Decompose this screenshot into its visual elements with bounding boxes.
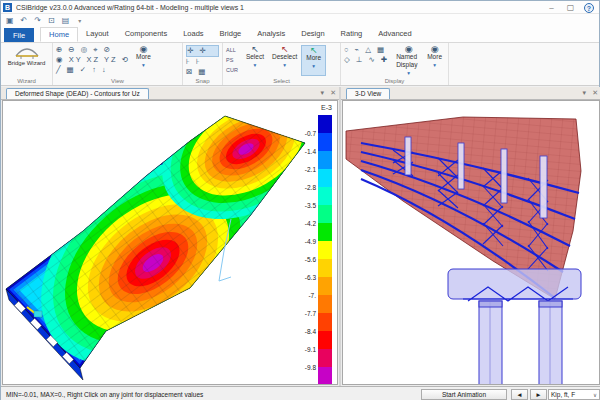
maximize-button[interactable]: ▢ — [561, 1, 580, 14]
group-label-snap: Snap — [183, 78, 222, 84]
view-more-button[interactable]: ◉ More ▾ — [133, 45, 154, 76]
display-icons-row1[interactable]: ○ ⌁ △ ▦ — [344, 45, 389, 55]
tab-loads[interactable]: Loads — [175, 27, 211, 42]
bridge-wizard-label: Bridge Wizard — [8, 60, 46, 67]
svg-text:-3.5: -3.5 — [305, 202, 317, 209]
svg-text:-4.2: -4.2 — [305, 220, 317, 227]
view-icons-row3[interactable]: ╱ ▦ ✓ ↑ ↓ — [56, 65, 130, 75]
svg-text:-9.8: -9.8 — [305, 364, 317, 371]
qat-dropdown-icon[interactable]: ▾ — [78, 17, 81, 24]
legend-tick-labels: -0.7 -1.4 -2.1 -2.8 -3.5 -4.2 -4.9 -5.6 … — [305, 130, 317, 371]
select-cur-icon[interactable]: CUR — [226, 65, 238, 75]
tab-3d-view[interactable]: 3-D View — [346, 88, 390, 99]
svg-text:-7.: -7. — [308, 292, 316, 299]
3d-viewport[interactable] — [342, 100, 600, 385]
help-icon[interactable]: ? — [584, 3, 594, 13]
deformed-shape-panel: Deformed Shape (DEAD) - Contours for Uz … — [1, 87, 339, 386]
snap-icons-row3[interactable]: ⊠ ▦ — [186, 67, 219, 77]
bridge-wizard-button[interactable]: Bridge Wizard — [4, 45, 49, 68]
chevron-down-icon: ▾ — [312, 62, 315, 70]
named-display-button[interactable]: ◉ Named Display ▾ — [393, 45, 424, 76]
display-icons-row2[interactable]: ◇ ⊥ ∿ ✚ — [344, 55, 389, 65]
svg-text:-7.7: -7.7 — [305, 310, 317, 317]
chevron-down-icon: ▾ — [433, 61, 436, 69]
pier-columns — [479, 301, 562, 385]
window-title: CSiBridge v23.0.0 Advanced w/Rating 64-b… — [16, 4, 244, 11]
tab-advanced[interactable]: Advanced — [370, 27, 419, 42]
contour-plot — [3, 101, 338, 385]
cursor-icon: ↖ — [251, 45, 259, 53]
svg-text:-6.3: -6.3 — [305, 274, 317, 281]
tab-deformed-shape[interactable]: Deformed Shape (DEAD) - Contours for Uz — [6, 88, 149, 99]
group-label-wizard: Wizard — [1, 78, 52, 84]
group-snap: ✛ ✛ ⊦ ⊦ ⊠ ▦ Snap — [183, 43, 223, 85]
svg-text:-5.6: -5.6 — [305, 256, 317, 263]
svg-text:-1.4: -1.4 — [305, 148, 317, 155]
view-icons-row1[interactable]: ⊕ ⊖ ◎ ⌖ ⊘ — [56, 45, 130, 55]
panel-dropdown-icon[interactable]: ▾ — [583, 89, 587, 97]
redo-icon[interactable]: ↷ — [34, 15, 41, 27]
start-animation-button[interactable]: Start Animation — [421, 389, 507, 400]
tab-analysis[interactable]: Analysis — [249, 27, 293, 42]
chevron-down-icon: ▾ — [407, 69, 410, 77]
display-more-button[interactable]: ◉ More ▾ — [424, 45, 445, 76]
legend-color-bar — [318, 115, 332, 385]
snap-icons-row2[interactable]: ⊦ ⊦ — [186, 57, 219, 67]
select-more-button[interactable]: ↖ More ▾ — [301, 45, 326, 76]
panel-dropdown-icon[interactable]: ▾ — [321, 89, 325, 97]
group-label-display: Display — [341, 78, 448, 84]
combo-dropdown-icon: ∨ — [593, 390, 597, 400]
tab-rating[interactable]: Rating — [333, 27, 371, 42]
deselect-button[interactable]: ↖ Deselect ▾ — [268, 45, 301, 76]
status-message: MIN=-0.01, MAX=0., Right Click on any jo… — [6, 391, 203, 398]
select-ps-icon[interactable]: PS — [226, 55, 238, 65]
group-label-view: View — [53, 78, 182, 84]
chevron-down-icon: ▾ — [283, 61, 286, 69]
tab-home[interactable]: Home — [40, 27, 78, 42]
svg-text:-4.9: -4.9 — [305, 238, 317, 245]
tab-layout[interactable]: Layout — [78, 27, 117, 42]
group-label-select: Select — [223, 78, 340, 84]
cursor-x-icon: ↖ — [281, 45, 289, 53]
csibridge-window: B CSiBridge v23.0.0 Advanced w/Rating 64… — [0, 0, 600, 400]
panel-close-icon[interactable]: ✕ — [330, 89, 336, 97]
ribbon: Bridge Wizard Wizard ⊕ ⊖ ◎ ⌖ ⊘ ◉ XY XZ Y… — [1, 43, 599, 86]
panel-close-icon[interactable]: ✕ — [592, 89, 598, 97]
tab-design[interactable]: Design — [293, 27, 332, 42]
tab-file[interactable]: File — [4, 28, 34, 42]
contour-viewport[interactable]: E-3 — [2, 100, 338, 385]
quick-access-toolbar: ▣ ↶ ↷ ⊡ ▤ ▾ — [1, 14, 599, 27]
app-icon: B — [3, 3, 12, 12]
svg-text:-2.1: -2.1 — [305, 166, 317, 173]
save-icon[interactable]: ▣ — [6, 15, 14, 27]
undo-icon[interactable]: ↶ — [21, 15, 28, 27]
contour-legend: E-3 — [295, 101, 335, 385]
camera-icon: ◉ — [405, 45, 413, 53]
report-icon[interactable]: ▤ — [62, 15, 70, 27]
bridge-icon — [15, 46, 39, 60]
group-select: ALL PS CUR ↖ Select ▾ ↖ Deselect ▾ ↖ Mor… — [223, 43, 341, 85]
group-wizard: Bridge Wizard Wizard — [1, 43, 53, 85]
lock-icon[interactable]: ⊡ — [48, 15, 55, 27]
units-select[interactable]: ∨ Kip, ft, F — [548, 389, 600, 400]
tab-bridge[interactable]: Bridge — [212, 27, 250, 42]
group-display: ○ ⌁ △ ▦ ◇ ⊥ ∿ ✚ ◉ Named Display ▾ ◉ More… — [341, 43, 449, 85]
group-view: ⊕ ⊖ ◎ ⌖ ⊘ ◉ XY XZ YZ ⟲ ╱ ▦ ✓ ↑ ↓ ◉ More … — [53, 43, 183, 85]
camera-icon: ◉ — [431, 45, 439, 53]
3d-view-panel: 3-D View ▾ ✕ — [341, 87, 600, 386]
eye-icon: ◉ — [140, 45, 148, 53]
snap-icons-row1[interactable]: ✛ ✛ — [186, 45, 219, 57]
select-all-icon[interactable]: ALL — [226, 45, 238, 55]
status-bar: MIN=-0.01, MAX=0., Right Click on any jo… — [1, 386, 600, 400]
deformed-shape-tabbar: Deformed Shape (DEAD) - Contours for Uz … — [1, 87, 339, 100]
tab-components[interactable]: Components — [117, 27, 176, 42]
next-arrow-button[interactable]: ► — [530, 389, 547, 400]
prev-arrow-button[interactable]: ◄ — [511, 389, 528, 400]
bridge-3d-model — [343, 101, 600, 385]
view-icons-row2[interactable]: ◉ XY XZ YZ ⟲ — [56, 55, 130, 65]
3d-view-tabbar: 3-D View ▾ ✕ — [341, 87, 600, 100]
minimize-button[interactable]: – — [542, 1, 561, 14]
title-bar: B CSiBridge v23.0.0 Advanced w/Rating 64… — [1, 1, 599, 14]
select-button[interactable]: ↖ Select ▾ — [242, 45, 268, 76]
chevron-down-icon: ▾ — [142, 61, 145, 69]
